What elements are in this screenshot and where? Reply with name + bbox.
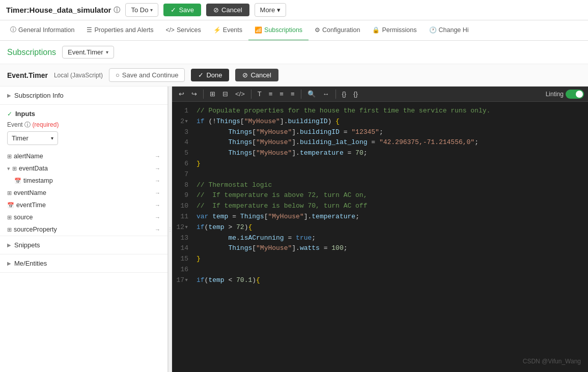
line-numbers: 1 2▾ 3 4 5 6 7 8 9 10 11 12▾ 13 14 15 16…: [172, 102, 192, 372]
alertname-icon: ⊞: [7, 153, 12, 160]
sourceproperty-icon: ⊞: [7, 226, 12, 233]
cancel-bar-button[interactable]: ⊘ Cancel: [235, 69, 278, 81]
tree-item-timestamp: 📅 timestamp →: [0, 175, 167, 187]
nav-tabs: ⓘ General Information ☰ Properties and A…: [0, 20, 588, 41]
eventname-arrow-icon[interactable]: →: [155, 190, 160, 196]
tree-item-alertName: ⊞ alertName →: [0, 150, 167, 162]
tab-changehi[interactable]: 🕐 Change Hi: [423, 20, 475, 41]
event-info-icon[interactable]: ⓘ: [24, 121, 31, 128]
tab-properties[interactable]: ☰ Properties and Alerts: [80, 20, 159, 41]
tab-configuration[interactable]: ⚙ Configuration: [309, 20, 366, 41]
inputs-section: ✓ Inputs Event ⓘ (required) Timer ▾ ⊞ al…: [0, 105, 167, 236]
align-left-button[interactable]: ≡: [266, 89, 275, 99]
code-line-9: // If temperature is above 72, turn AC o…: [192, 190, 588, 201]
toolbar-sep-4: [335, 90, 336, 99]
me-entities-header[interactable]: ▶ Me/Entities: [0, 254, 167, 272]
font-button[interactable]: T: [255, 89, 264, 99]
watermark: CSDN @Vifun_Wang: [523, 358, 581, 365]
code-line-6: }: [192, 159, 588, 169]
align-center-button[interactable]: ≡: [277, 89, 286, 99]
subscription-info-header[interactable]: ▶ Subscription Info: [0, 87, 167, 104]
timestamp-icon: 📅: [14, 178, 21, 184]
inputs-header[interactable]: ✓ Inputs: [0, 105, 167, 121]
eventdata-arrow-icon[interactable]: →: [155, 165, 160, 171]
services-icon: </>: [166, 26, 175, 34]
tree-item-eventTime: 📅 eventTime →: [0, 199, 167, 211]
code-view-button[interactable]: </>: [233, 89, 247, 99]
done-check-icon: ✓: [198, 71, 204, 79]
tab-events[interactable]: ⚡ Events: [207, 20, 248, 41]
eventdata-icon: ⊞: [12, 165, 17, 172]
event-required-label: (required): [32, 121, 59, 128]
snippets-header[interactable]: ▶ Snippets: [0, 236, 167, 254]
editor-toolbar: ↩ ↪ ⊞ ⊟ </> T ≡ ≡ ≡ 🔍 ↔ {} {} Linting: [172, 87, 588, 102]
wrap-button[interactable]: {}: [340, 89, 349, 99]
collapse-all-button[interactable]: ⊟: [220, 89, 231, 99]
more-chevron-icon: ▾: [277, 6, 281, 14]
save-button[interactable]: ✓ Save: [163, 4, 201, 16]
resize-handle[interactable]: ⋮: [168, 87, 172, 372]
code-line-8: // Thermostat logic: [192, 180, 588, 191]
code-area[interactable]: 1 2▾ 3 4 5 6 7 8 9 10 11 12▾ 13 14 15 16…: [172, 102, 588, 372]
event-timer-chevron-icon: ▾: [106, 49, 108, 55]
event-field-group: Event ⓘ (required) Timer ▾: [0, 121, 167, 145]
code-line-15: }: [192, 254, 588, 265]
tab-subscriptions[interactable]: 📶 Subscriptions: [248, 20, 309, 41]
linting-label: Linting: [546, 91, 564, 98]
inputs-expand-icon: ✓: [7, 110, 12, 118]
code-line-1: // Populate properties for the house the…: [192, 106, 588, 117]
cancel-top-button[interactable]: ⊘ Cancel: [206, 4, 249, 16]
permissions-icon: 🔒: [372, 26, 380, 34]
me-entities-section: ▶ Me/Entities: [0, 254, 167, 273]
undo-button[interactable]: ↩: [176, 89, 187, 99]
cancel-top-icon: ⊘: [213, 6, 219, 14]
tree-item-eventData: ▾ ⊞ eventData →: [0, 162, 167, 175]
timestamp-arrow-icon[interactable]: →: [155, 178, 160, 184]
save-continue-button[interactable]: ○ Save and Continue: [109, 68, 185, 82]
subscriptions-icon: 📶: [255, 26, 262, 34]
eventdata-expand-icon[interactable]: ▾: [7, 165, 10, 172]
todo-button[interactable]: To Do ▾: [125, 3, 158, 17]
code-line-14: Things["MyHouse"].watts = 100;: [192, 243, 588, 254]
eventname-icon: ⊞: [7, 190, 12, 196]
search-editor-button[interactable]: 🔍: [305, 89, 318, 99]
eventtime-icon: 📅: [7, 202, 14, 209]
align-justify-button[interactable]: ≡: [288, 89, 297, 99]
event-select[interactable]: Timer ▾: [7, 131, 58, 145]
top-bar: Timer:House_data_simulator ⓘ To Do ▾ ✓ S…: [0, 0, 588, 20]
main-content: ▶ Subscription Info ✓ Inputs Event ⓘ (re…: [0, 87, 588, 372]
more-button[interactable]: More ▾: [255, 3, 287, 17]
tab-general[interactable]: ⓘ General Information: [4, 20, 80, 41]
tab-permissions[interactable]: 🔒 Permissions: [366, 20, 423, 41]
redo-button[interactable]: ↪: [189, 89, 200, 99]
fullscreen-button[interactable]: ↔: [320, 89, 332, 99]
title-info-icon[interactable]: ⓘ: [114, 6, 120, 15]
toggle-knob: [576, 91, 583, 98]
sourceproperty-arrow-icon[interactable]: →: [155, 226, 160, 233]
event-timer-sublabel: Local (JavaScript): [54, 72, 103, 79]
save-continue-icon: ○: [116, 71, 120, 79]
format-button[interactable]: {}: [351, 89, 360, 99]
app-title: Timer:House_data_simulator ⓘ: [6, 6, 120, 15]
snippets-section: ▶ Snippets: [0, 236, 167, 254]
code-line-2: if (!Things["MyHouse"].buildingID) {: [192, 117, 588, 127]
tab-services[interactable]: </> Services: [160, 20, 207, 41]
source-arrow-icon[interactable]: →: [155, 214, 160, 220]
todo-chevron-icon: ▾: [150, 7, 153, 13]
snippets-chevron-icon: ▶: [7, 242, 11, 248]
me-entities-chevron-icon: ▶: [7, 261, 11, 266]
linting-toggle[interactable]: [566, 90, 584, 99]
save-check-icon: ✓: [171, 6, 176, 14]
event-timer-dropdown[interactable]: Event.Timer ▾: [62, 46, 114, 59]
code-line-3: Things["MyHouse"].buildingID = "12345";: [192, 127, 588, 138]
eventtime-arrow-icon[interactable]: →: [155, 202, 160, 208]
done-button[interactable]: ✓ Done: [191, 69, 229, 81]
code-line-5: Things["MyHouse"].temperature = 70;: [192, 148, 588, 159]
code-lines[interactable]: // Populate properties for the house the…: [192, 102, 588, 372]
event-select-chevron-icon: ▾: [51, 135, 53, 141]
alertname-arrow-icon[interactable]: →: [155, 153, 160, 159]
tree-item-sourceProperty: ⊞ sourceProperty →: [0, 223, 167, 236]
code-line-4: Things["MyHouse"].building_lat_long = "4…: [192, 137, 588, 148]
expand-all-button[interactable]: ⊞: [207, 89, 218, 99]
code-editor: ↩ ↪ ⊞ ⊟ </> T ≡ ≡ ≡ 🔍 ↔ {} {} Linting 1: [172, 87, 588, 372]
